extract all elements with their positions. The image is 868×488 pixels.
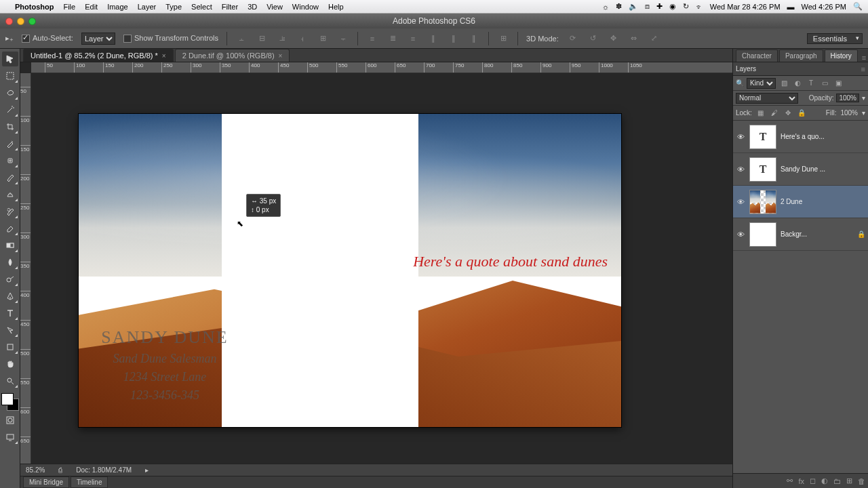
app-name[interactable]: Photoshop — [15, 3, 54, 11]
visibility-toggle-icon[interactable]: 👁 — [736, 133, 745, 141]
layer-name[interactable]: Backgr... — [781, 230, 853, 238]
brush-tool[interactable] — [2, 170, 18, 185]
3d-pan-icon[interactable]: ✥ — [608, 33, 620, 45]
menubar-evernote-icon[interactable]: ◉ — [669, 2, 676, 11]
filter-shape-icon[interactable]: ▭ — [819, 78, 830, 89]
layer-name[interactable]: 2 Dune — [781, 198, 865, 205]
3d-slide-icon[interactable]: ⇔ — [628, 33, 640, 45]
menubar-battery-icon[interactable]: ▬ — [787, 3, 795, 11]
menubar-wifi-icon[interactable]: ᯤ — [696, 3, 703, 11]
close-tab-icon[interactable]: × — [162, 52, 166, 60]
menu-file[interactable]: File — [63, 3, 75, 11]
menubar-dropbox-icon[interactable]: ⧈ — [645, 2, 650, 11]
gradient-tool[interactable] — [2, 238, 18, 253]
menu-view[interactable]: View — [267, 3, 283, 11]
distribute-top-icon[interactable]: ≡ — [366, 33, 378, 45]
document-tab-1[interactable]: Untitled-1 @ 85.2% (2 Dune, RGB/8) *× — [23, 49, 174, 62]
3d-roll-icon[interactable]: ↺ — [587, 33, 599, 45]
marquee-tool[interactable] — [2, 68, 18, 83]
zoom-level[interactable]: 85.2% — [26, 466, 45, 474]
panel-menu-icon[interactable]: ≡ — [859, 54, 868, 62]
delete-layer-icon[interactable]: 🗑 — [858, 477, 865, 485]
filter-type-dropdown[interactable]: Kind — [747, 78, 776, 89]
ruler-horizontal[interactable]: 5010015020025030035040045050055060065070… — [31, 62, 732, 73]
layer-row[interactable]: 👁Backgr...🔒 — [733, 218, 868, 251]
layer-row[interactable]: 👁THere's a quo... — [733, 121, 868, 153]
menubar-clock-short[interactable]: Wed 4:26 PM — [802, 3, 846, 11]
crop-tool[interactable] — [2, 119, 18, 134]
magic-wand-tool[interactable] — [2, 102, 18, 117]
align-hcenter-icon[interactable]: ⊞ — [317, 33, 329, 45]
auto-align-icon[interactable]: ⊞ — [497, 33, 509, 45]
menubar-sync-icon[interactable]: ↻ — [683, 2, 689, 11]
menubar-sun-icon[interactable]: ☼ — [602, 3, 609, 11]
doc-info-flyout-icon[interactable]: ▸ — [145, 466, 149, 474]
link-layers-icon[interactable]: ⚯ — [787, 476, 793, 485]
menu-layer[interactable]: Layer — [138, 3, 157, 11]
filter-type-icon[interactable]: T — [806, 78, 816, 89]
filter-pixel-icon[interactable]: ▧ — [778, 78, 789, 89]
layer-mask-icon[interactable]: ◻ — [810, 476, 816, 485]
mini-bridge-tab[interactable]: Mini Bridge — [23, 476, 69, 488]
quick-mask-toggle[interactable] — [2, 413, 18, 428]
filter-icon[interactable]: 🔍 — [736, 79, 744, 87]
new-layer-icon[interactable]: ⊞ — [846, 476, 852, 485]
lasso-tool[interactable] — [2, 85, 18, 100]
menubar-volume-icon[interactable]: 🔈 — [629, 2, 638, 11]
history-tab[interactable]: History — [825, 49, 858, 62]
align-right-icon[interactable]: ⫟ — [337, 33, 349, 45]
show-transform-checkbox[interactable]: Show Transform Controls — [123, 34, 218, 43]
menu-select[interactable]: Select — [191, 3, 212, 11]
canvas-viewport[interactable]: SANDY DUNE Sand Dune Salesman 1234 Stree… — [31, 73, 732, 464]
lock-transparent-icon[interactable]: ▦ — [756, 108, 766, 118]
screen-mode-toggle[interactable] — [2, 430, 18, 445]
clone-stamp-tool[interactable] — [2, 187, 18, 202]
history-brush-tool[interactable] — [2, 204, 18, 219]
menu-image[interactable]: Image — [107, 3, 128, 11]
layer-name[interactable]: Sandy Dune ... — [781, 165, 865, 173]
eraser-tool[interactable] — [2, 221, 18, 236]
align-top-icon[interactable]: ⫠ — [235, 33, 248, 45]
filter-adjustment-icon[interactable]: ◐ — [792, 78, 803, 89]
lock-pixels-icon[interactable]: 🖌 — [770, 108, 779, 118]
filter-smart-icon[interactable]: ▣ — [833, 78, 844, 89]
spotlight-icon[interactable]: 🔍 — [853, 2, 863, 11]
layer-thumbnail[interactable] — [749, 190, 776, 214]
align-left-icon[interactable]: ⫞ — [296, 33, 309, 45]
3d-orbit-icon[interactable]: ⟳ — [567, 33, 579, 45]
visibility-toggle-icon[interactable]: 👁 — [736, 198, 745, 206]
menu-type[interactable]: Type — [165, 3, 182, 11]
type-tool[interactable] — [2, 306, 18, 321]
file-info-icon[interactable]: ⎙ — [58, 466, 62, 474]
document-tab-2[interactable]: 2 Dune.tif @ 100% (RGB/8)× — [175, 49, 290, 62]
group-icon[interactable]: 🗀 — [833, 477, 841, 485]
layer-thumbnail[interactable]: T — [749, 157, 776, 182]
menubar-clock-full[interactable]: Wed Mar 28 4:26 PM — [710, 3, 781, 11]
visibility-toggle-icon[interactable]: 👁 — [736, 230, 745, 239]
workspace-dropdown[interactable]: Essentials — [807, 33, 863, 44]
blend-mode-dropdown[interactable]: Normal — [736, 93, 798, 104]
path-selection-tool[interactable] — [2, 323, 18, 338]
auto-select-checkbox[interactable]: Auto-Select: — [22, 34, 73, 43]
dodge-tool[interactable] — [2, 272, 18, 287]
shape-tool[interactable] — [2, 340, 18, 354]
align-bottom-icon[interactable]: ⫡ — [276, 33, 288, 45]
opacity-dropdown-icon[interactable]: ▾ — [862, 94, 865, 102]
distribute-hcenter-icon[interactable]: ‖ — [448, 33, 460, 45]
healing-brush-tool[interactable] — [2, 153, 18, 168]
layers-menu-icon[interactable]: ≡ — [861, 65, 865, 73]
menu-window[interactable]: Window — [292, 3, 319, 11]
menu-filter[interactable]: Filter — [222, 3, 238, 11]
hand-tool[interactable] — [2, 357, 18, 371]
character-tab[interactable]: Character — [736, 49, 778, 62]
3d-scale-icon[interactable]: ⤢ — [648, 33, 660, 45]
canvas[interactable]: SANDY DUNE Sand Dune Salesman 1234 Stree… — [79, 114, 621, 427]
layer-thumbnail[interactable]: T — [749, 125, 776, 149]
layer-name[interactable]: Here's a quo... — [781, 133, 865, 140]
close-tab-icon[interactable]: × — [279, 52, 283, 60]
distribute-bottom-icon[interactable]: ≡ — [407, 33, 419, 45]
distribute-vcenter-icon[interactable]: ≣ — [387, 33, 399, 45]
fill-value[interactable]: 100% — [840, 109, 858, 117]
paragraph-tab[interactable]: Paragraph — [779, 49, 823, 62]
distribute-right-icon[interactable]: ‖ — [468, 33, 480, 45]
